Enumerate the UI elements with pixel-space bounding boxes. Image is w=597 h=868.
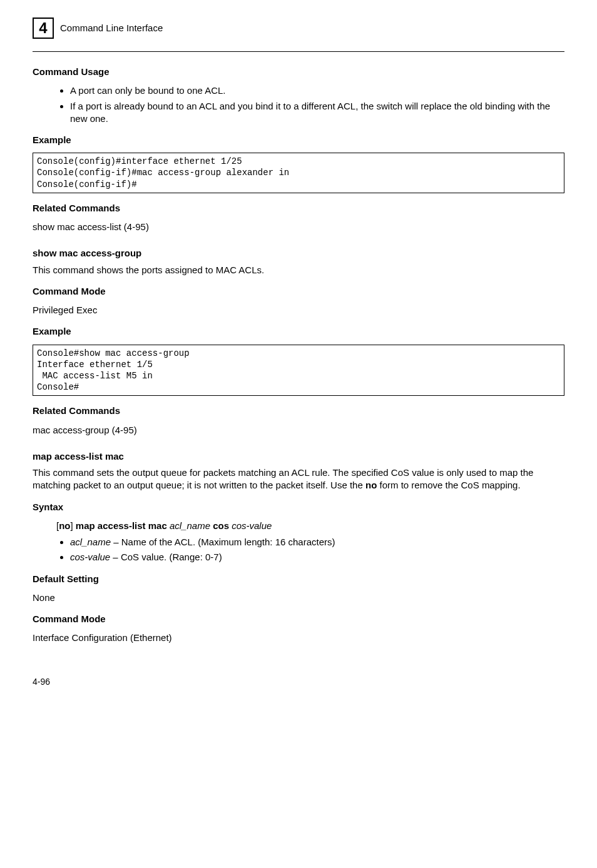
section-map-access-list-mac: map access-list mac (33, 450, 564, 463)
command-mode-text: Privileged Exec (33, 304, 564, 316)
syntax-bracket: ] (71, 520, 76, 531)
section-related-commands: Related Commands (33, 202, 564, 214)
syntax-keyword-cos: cos (213, 520, 229, 531)
section-command-mode: Command Mode (33, 285, 564, 298)
page-number: 4-96 (33, 676, 564, 688)
syntax-param: cos-value (232, 520, 272, 531)
related-command-text: mac access-group (4-95) (33, 424, 564, 437)
default-setting-text: None (33, 592, 564, 604)
desc-bold: no (365, 480, 377, 490)
code-block: Console(config)#interface ethernet 1/25 … (33, 153, 564, 193)
section-default-setting: Default Setting (33, 573, 564, 585)
section-related-commands: Related Commands (33, 405, 564, 417)
chapter-number-box: 4 (33, 18, 54, 39)
param-sep: – (110, 552, 121, 562)
syntax-line: [no] map access-list mac acl_name cos co… (56, 520, 564, 532)
param-sep: – (111, 537, 121, 547)
desc-text: form to remove the CoS mapping. (377, 480, 520, 490)
related-command-text: show mac access-list (4-95) (33, 221, 564, 233)
list-item: acl_name – Name of the ACL. (Maximum len… (70, 536, 564, 548)
syntax-param: acl_name (170, 520, 210, 531)
syntax-command: map access-list mac (76, 520, 167, 531)
param-text: CoS value. (Range: 0-7) (121, 552, 222, 562)
section-syntax: Syntax (33, 501, 564, 513)
command-description: This command shows the ports assigned to… (33, 264, 564, 276)
param-name: acl_name (70, 537, 111, 547)
list-item: A port can only be bound to one ACL. (70, 84, 564, 97)
section-command-usage: Command Usage (33, 66, 564, 78)
syntax-keyword-no: no (59, 520, 70, 531)
section-example: Example (33, 325, 564, 338)
list-item: If a port is already bound to an ACL and… (70, 100, 564, 126)
param-name: cos-value (70, 552, 110, 562)
header-title: Command Line Interface (60, 22, 163, 34)
syntax-param-list: acl_name – Name of the ACL. (Maximum len… (33, 536, 564, 564)
command-description: This command sets the output queue for p… (33, 467, 564, 492)
param-text: Name of the ACL. (Maximum length: 16 cha… (121, 537, 335, 547)
command-usage-list: A port can only be bound to one ACL. If … (33, 84, 564, 125)
list-item: cos-value – CoS value. (Range: 0-7) (70, 551, 564, 563)
page-header: 4 Command Line Interface (33, 18, 564, 40)
header-divider (33, 51, 564, 52)
code-block: Console#show mac access-group Interface … (33, 345, 564, 396)
command-mode-text: Interface Configuration (Ethernet) (33, 632, 564, 644)
section-show-mac-access-group: show mac access-group (33, 247, 564, 260)
section-command-mode: Command Mode (33, 613, 564, 625)
chapter-number: 4 (39, 18, 47, 38)
section-example: Example (33, 134, 564, 146)
